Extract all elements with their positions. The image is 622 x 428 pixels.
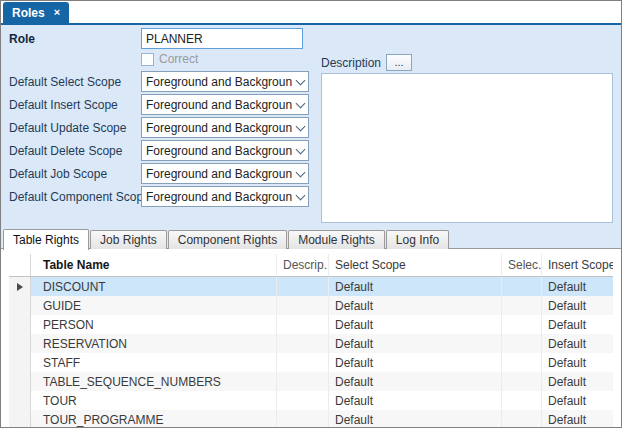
default-component-scope-dropdown[interactable]: Foreground and Background [141,186,309,207]
cell-description [277,296,329,315]
grid-header-table-name[interactable]: Table Name [31,254,277,276]
cell-description [277,372,329,391]
default-job-scope-dropdown[interactable]: Foreground and Background [141,163,309,184]
cell-select-scope: Default [329,410,502,428]
document-tabstrip: Roles × [1,1,621,25]
cell-select-scope: Default [329,315,502,334]
roles-window: Roles × Role Correct Default Select Scop… [0,0,622,428]
tab-log-info[interactable]: Log Info [386,230,449,249]
grid-header-select2[interactable]: Selec... [502,254,542,276]
cell-select-scope: Default [329,296,502,315]
grid-header-insert-scope[interactable]: Insert Scope [542,254,613,276]
correct-row: Correct [9,51,309,67]
cell-select2 [502,277,542,296]
table-row[interactable]: PERSON Default Default [9,315,613,334]
chevron-down-icon [292,164,308,183]
cell-insert-scope: Default [542,296,613,315]
default-select-scope-row: Default Select Scope Foreground and Back… [9,71,309,92]
grid-header-selector [9,254,31,276]
close-icon[interactable]: × [54,7,60,18]
cell-select-scope: Default [329,334,502,353]
tab-roles-label: Roles [12,6,45,20]
chevron-down-icon [292,72,308,91]
description-row: Description ... [321,54,412,71]
cell-table-name: TABLE_SEQUENCE_NUMBERS [31,372,277,391]
grid-header-row: Table Name Descrip... Select Scope Selec… [9,254,613,277]
default-select-scope-label: Default Select Scope [9,75,141,89]
row-selector[interactable] [9,410,31,428]
default-job-scope-row: Default Job Scope Foreground and Backgro… [9,163,309,184]
cell-select-scope: Default [329,277,502,296]
default-select-scope-dropdown[interactable]: Foreground and Background [141,71,309,92]
default-delete-scope-dropdown[interactable]: Foreground and Background [141,140,309,161]
row-selector[interactable] [9,391,31,410]
tab-job-rights[interactable]: Job Rights [90,230,167,249]
tab-component-rights[interactable]: Component Rights [168,230,287,249]
cell-description [277,277,329,296]
cell-select2 [502,410,542,428]
role-form: Role Correct Default Select Scope Foregr… [9,28,309,209]
default-job-scope-label: Default Job Scope [9,167,141,181]
table-rights-grid: Table Name Descrip... Select Scope Selec… [9,254,613,428]
tab-table-rights[interactable]: Table Rights [3,229,89,250]
cell-table-name: PERSON [31,315,277,334]
rights-tabstrip: Table Rights Job Rights Component Rights… [1,228,449,249]
default-insert-scope-dropdown[interactable]: Foreground and Background [141,94,309,115]
cell-insert-scope: Default [542,353,613,372]
cell-insert-scope: Default [542,277,613,296]
cell-insert-scope: Default [542,372,613,391]
description-textarea[interactable] [321,73,613,223]
table-row[interactable]: STAFF Default Default [9,353,613,372]
correct-label: Correct [159,52,198,66]
cell-insert-scope: Default [542,315,613,334]
row-selector[interactable] [9,334,31,353]
cell-select2 [502,315,542,334]
chevron-down-icon [292,141,308,160]
cell-description [277,334,329,353]
tab-module-rights[interactable]: Module Rights [288,230,385,249]
table-row[interactable]: TABLE_SEQUENCE_NUMBERS Default Default [9,372,613,391]
cell-table-name: GUIDE [31,296,277,315]
chevron-down-icon [292,95,308,114]
cell-select-scope: Default [329,391,502,410]
row-selector[interactable] [9,372,31,391]
cell-insert-scope: Default [542,391,613,410]
description-ellipsis-button[interactable]: ... [386,54,412,71]
default-insert-scope-label: Default Insert Scope [9,98,141,112]
cell-select-scope: Default [329,372,502,391]
cell-select-scope: Default [329,353,502,372]
table-row[interactable]: TOUR Default Default [9,391,613,410]
grid-header-select-scope[interactable]: Select Scope [329,254,502,276]
cell-table-name: TOUR_PROGRAMME [31,410,277,428]
role-input[interactable] [141,28,303,49]
default-component-scope-row: Default Component Scope Foreground and B… [9,186,309,207]
chevron-down-icon [292,118,308,137]
table-rights-page: Table Name Descrip... Select Scope Selec… [1,248,621,427]
default-delete-scope-row: Default Delete Scope Foreground and Back… [9,140,309,161]
default-delete-scope-label: Default Delete Scope [9,144,141,158]
cell-select2 [502,391,542,410]
table-row[interactable]: RESERVATION Default Default [9,334,613,353]
row-selector[interactable] [9,277,31,296]
role-row: Role [9,28,309,49]
description-label: Description [321,56,381,70]
cell-select2 [502,334,542,353]
row-selector[interactable] [9,353,31,372]
default-update-scope-label: Default Update Scope [9,121,141,135]
table-row[interactable]: DISCOUNT Default Default [9,277,613,296]
role-label: Role [9,32,141,46]
chevron-down-icon [292,187,308,206]
default-component-scope-label: Default Component Scope [9,190,141,204]
cell-table-name: DISCOUNT [31,277,277,296]
row-selector[interactable] [9,315,31,334]
correct-checkbox[interactable] [141,53,154,66]
cell-description [277,315,329,334]
row-selector[interactable] [9,296,31,315]
grid-header-description[interactable]: Descrip... [277,254,329,276]
default-update-scope-dropdown[interactable]: Foreground and Background [141,117,309,138]
tab-roles[interactable]: Roles × [3,2,69,23]
table-row[interactable]: TOUR_PROGRAMME Default Default [9,410,613,428]
cell-insert-scope: Default [542,334,613,353]
cell-description [277,391,329,410]
table-row[interactable]: GUIDE Default Default [9,296,613,315]
